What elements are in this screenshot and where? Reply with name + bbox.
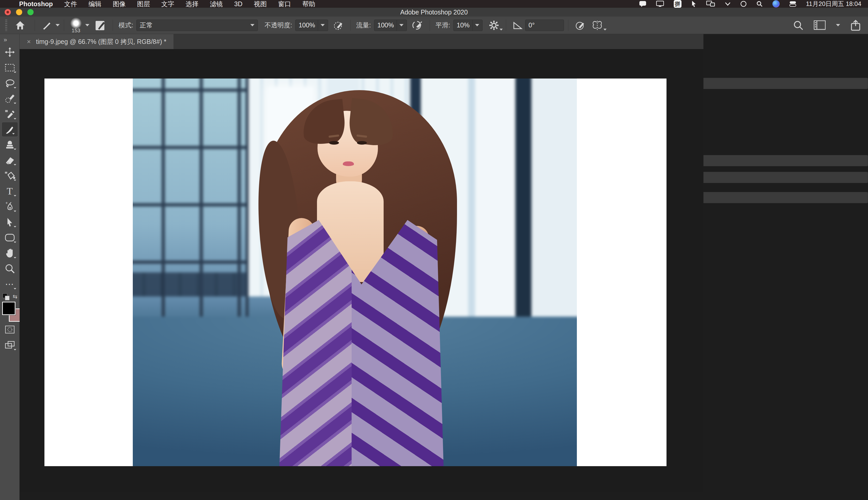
hand-tool[interactable]: [0, 245, 20, 261]
brush-angle-icon: [513, 21, 522, 30]
cursor-icon[interactable]: [691, 1, 697, 7]
home-icon[interactable]: [15, 20, 25, 30]
document-tab-title: timg-9.jpeg @ 66.7% (图层 0 拷贝, RGB/8#) *: [36, 37, 166, 46]
expand-toolbar-button[interactable]: »: [0, 34, 7, 44]
opacity-label: 不透明度:: [264, 21, 292, 30]
menu-view[interactable]: 视图: [254, 0, 267, 8]
options-bar: 153 模式: 正常 不透明度: 100% 流量: 100% 平滑: 10%: [0, 16, 868, 34]
search-icon[interactable]: [793, 20, 803, 31]
mode-label: 模式:: [119, 21, 133, 30]
type-tool[interactable]: T: [0, 183, 20, 199]
menu-select[interactable]: 选择: [186, 0, 199, 8]
close-tab-icon[interactable]: ×: [27, 38, 31, 46]
brush-angle-field[interactable]: 0°: [525, 20, 564, 31]
workspace-switcher-icon[interactable]: [814, 20, 826, 30]
control-center-icon[interactable]: [789, 1, 796, 7]
eraser-tool[interactable]: [0, 152, 20, 168]
smoothing-label: 平滑:: [436, 21, 450, 30]
photo-lips: [343, 161, 354, 166]
window-title-bar: Adobe Photoshop 2020: [0, 8, 868, 17]
move-tool[interactable]: [0, 44, 20, 60]
flow-value: 100%: [377, 21, 394, 29]
menu-edit[interactable]: 编辑: [89, 0, 102, 8]
menu-help[interactable]: 帮助: [303, 0, 315, 8]
document-canvas[interactable]: [44, 79, 666, 466]
workspace-caret[interactable]: [836, 24, 840, 26]
marquee-tool[interactable]: [0, 60, 20, 76]
photo-eye-right: [357, 141, 367, 145]
share-icon[interactable]: [850, 20, 861, 31]
menu-window[interactable]: 窗口: [278, 0, 291, 8]
toolbar: » T + ⋯ ⇆: [0, 34, 20, 500]
brush-picker-caret[interactable]: [85, 24, 89, 26]
menu-status-icons: 拼 11月20日周五 18:04: [639, 0, 868, 8]
blend-mode-value: 正常: [140, 21, 153, 30]
zoom-tool[interactable]: [0, 261, 20, 276]
brush-size-value: 153: [71, 28, 80, 33]
moon-icon[interactable]: [740, 1, 747, 7]
pen-tool[interactable]: +: [0, 199, 20, 214]
brush-angle-value: 0°: [529, 21, 535, 29]
photoshop-app: Photoshop 文件 编辑 图像 图层 文字 选择 滤镜 3D 视图 窗口 …: [0, 0, 868, 500]
svg-text:+: +: [5, 202, 8, 205]
menu-type[interactable]: 文字: [161, 0, 174, 8]
menu-photoshop[interactable]: Photoshop: [19, 0, 53, 8]
siri-icon[interactable]: [773, 0, 780, 8]
default-colors-icon[interactable]: [3, 293, 9, 300]
menu-clock[interactable]: 11月20日周五 18:04: [806, 0, 861, 8]
photo-image: [133, 79, 577, 466]
photo-eye-left: [329, 141, 339, 145]
opacity-select[interactable]: 100%: [295, 20, 328, 31]
brush-tool[interactable]: [2, 122, 18, 137]
menu-layer[interactable]: 图层: [137, 0, 150, 8]
canvas-area[interactable]: [20, 49, 703, 492]
foreground-color-swatch[interactable]: [2, 302, 15, 315]
path-selection-tool[interactable]: [0, 214, 20, 230]
quick-mask-button[interactable]: [0, 322, 20, 337]
document-tab[interactable]: × timg-9.jpeg @ 66.7% (图层 0 拷贝, RGB/8#) …: [20, 34, 174, 49]
options-grip[interactable]: [5, 20, 7, 31]
edit-toolbar-icon[interactable]: ⋯: [0, 276, 20, 292]
input-method-icon[interactable]: 拼: [674, 0, 681, 8]
smoothing-value: 10%: [457, 21, 470, 29]
pressure-size-icon[interactable]: [575, 20, 585, 31]
toggle-brush-panel-icon[interactable]: [95, 20, 106, 31]
quick-selection-tool[interactable]: [0, 91, 20, 106]
menu-filter[interactable]: 滤镜: [210, 0, 223, 8]
smoothing-options-gear-icon[interactable]: [489, 20, 499, 31]
eyedropper-tool[interactable]: [0, 106, 20, 122]
display-icon[interactable]: [656, 1, 664, 7]
brush-tool-preset-icon[interactable]: [42, 20, 52, 30]
shape-tool[interactable]: [0, 230, 20, 245]
menu-image[interactable]: 图像: [113, 0, 126, 8]
menu-bar: Photoshop 文件 编辑 图像 图层 文字 选择 滤镜 3D 视图 窗口 …: [0, 0, 868, 8]
menu-3d[interactable]: 3D: [234, 0, 243, 8]
document-tab-bar: × timg-9.jpeg @ 66.7% (图层 0 拷贝, RGB/8#) …: [20, 34, 703, 49]
menu-file[interactable]: 文件: [64, 0, 77, 8]
chevron-down-icon[interactable]: [725, 2, 731, 6]
photo-railing: [133, 272, 249, 297]
flow-select[interactable]: 100%: [374, 20, 407, 31]
blend-mode-select[interactable]: 正常: [136, 20, 258, 31]
airbrush-icon[interactable]: [412, 20, 423, 31]
screen-mode-button[interactable]: [0, 337, 20, 353]
swap-colors-icon[interactable]: ⇆: [13, 293, 17, 300]
spotlight-icon[interactable]: [756, 1, 763, 7]
chat-icon[interactable]: [639, 1, 646, 7]
flow-label: 流量:: [356, 21, 371, 30]
color-swatches: ⇆: [0, 293, 20, 322]
clone-stamp-tool[interactable]: [0, 137, 20, 152]
window-title: Adobe Photoshop 2020: [0, 9, 868, 16]
brush-preset-caret[interactable]: [56, 24, 60, 26]
options-bar-right: [793, 20, 868, 31]
symmetry-butterfly-icon[interactable]: [591, 20, 603, 31]
brush-size-preview[interactable]: 153: [70, 18, 82, 33]
sidecar-icon[interactable]: [706, 1, 715, 7]
pressure-opacity-icon[interactable]: [333, 20, 343, 31]
lasso-tool[interactable]: [0, 76, 20, 91]
smoothing-select[interactable]: 10%: [453, 20, 483, 31]
soft-brush-dot: [70, 18, 82, 29]
paint-bucket-tool[interactable]: [0, 168, 20, 183]
opacity-value: 100%: [298, 21, 315, 29]
